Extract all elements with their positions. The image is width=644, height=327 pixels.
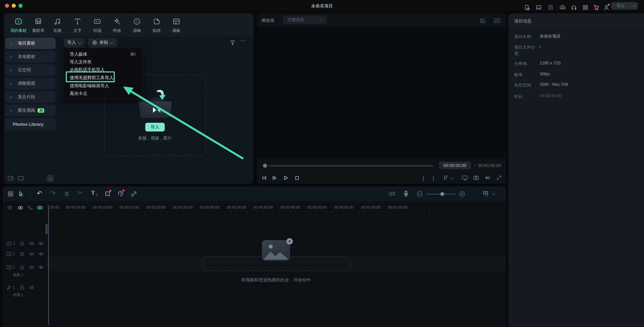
chevron-down-icon: [110, 40, 113, 44]
delete-button[interactable]: [64, 191, 70, 197]
mark-out-button[interactable]: }: [433, 175, 434, 181]
menu-item-import-media[interactable]: 导入媒体 ⌘I: [70, 51, 136, 58]
track-mute-button[interactable]: [29, 251, 35, 257]
present-to-display-button[interactable]: [462, 175, 468, 181]
tab-effects[interactable]: 特效: [108, 17, 126, 34]
seek-track[interactable]: [268, 165, 433, 166]
sidebar-item-adjustment-layer[interactable]: ▸ 调整图层: [5, 78, 56, 89]
device-transfer-button[interactable]: [524, 4, 530, 10]
sidebar-item-compound-clip[interactable]: ▸ 复合片段: [5, 91, 56, 103]
tab-templates[interactable]: 模板: [167, 17, 185, 34]
next-frame-button[interactable]: [271, 175, 278, 181]
save-button[interactable]: [548, 4, 554, 10]
tab-text[interactable]: 文字: [68, 17, 87, 34]
tab-filters[interactable]: 滤镜: [128, 17, 146, 34]
minus-circle-icon: [417, 191, 423, 197]
track-lock-button[interactable]: [19, 251, 25, 257]
fullscreen-button[interactable]: [496, 175, 502, 181]
select-tool-button[interactable]: [18, 190, 24, 197]
sidebar-item-photos-library[interactable]: Photos Library: [5, 118, 56, 130]
tab-stock-media[interactable]: 素材库: [29, 17, 47, 34]
menu-item-highlight-beat[interactable]: 高光卡点: [70, 90, 87, 97]
tab-my-media[interactable]: 我的素材: [9, 17, 28, 34]
auto-connect-button[interactable]: [17, 205, 24, 211]
player-quality-select[interactable]: 完整画质: [283, 15, 327, 24]
audio-track-button[interactable]: [6, 285, 11, 290]
support-button[interactable]: [571, 4, 577, 10]
redo-button[interactable]: ↷: [50, 189, 56, 197]
add-media-button[interactable]: [388, 190, 395, 197]
track-manager-button[interactable]: [482, 190, 494, 197]
play-button[interactable]: [282, 175, 289, 181]
snapshot-button[interactable]: [473, 175, 479, 181]
insert-clip-button[interactable]: [7, 205, 13, 211]
media-browser-button[interactable]: [7, 191, 13, 197]
account-button[interactable]: [603, 4, 610, 11]
more-options-button[interactable]: ···: [240, 38, 247, 44]
sidebar-item-label: Photos Library: [13, 122, 44, 127]
track-lock-button[interactable]: [19, 285, 25, 290]
mark-in-button[interactable]: {: [423, 175, 424, 181]
link-icon: [131, 191, 137, 197]
eye-icon: [38, 251, 44, 257]
dropzone-import-button[interactable]: 导入: [145, 123, 165, 131]
track-mute-button[interactable]: [29, 285, 35, 290]
record-dropdown-button[interactable]: 录制: [88, 38, 117, 47]
stop-button[interactable]: [294, 175, 300, 181]
chevron-down-icon: [450, 175, 454, 179]
export-button[interactable]: 导出: [611, 2, 638, 10]
cloud-upload-button[interactable]: [559, 4, 566, 10]
panel-layout-button[interactable]: [536, 4, 542, 10]
track-visibility-button[interactable]: [38, 265, 44, 270]
split-button[interactable]: ✂: [78, 189, 83, 196]
track-route-button[interactable]: [27, 205, 33, 211]
link-tool-button[interactable]: [131, 191, 137, 197]
workspace-grid-button[interactable]: [582, 4, 588, 10]
store-cart-button[interactable]: [593, 4, 600, 11]
tab-audio[interactable]: 音频: [48, 17, 66, 34]
track-mute-button[interactable]: [29, 241, 35, 246]
tab-stickers[interactable]: 贴纸: [148, 17, 166, 34]
video-track-button[interactable]: [6, 241, 12, 246]
marker-button[interactable]: [443, 175, 453, 181]
playhead[interactable]: [48, 205, 49, 325]
video-track-button[interactable]: [6, 251, 12, 257]
new-folder-button[interactable]: [7, 175, 14, 181]
seek-handle[interactable]: [263, 164, 267, 168]
speed-ai-button[interactable]: AI: [117, 190, 124, 197]
track-visibility-button[interactable]: [38, 241, 44, 246]
speaker-icon: [29, 265, 35, 270]
undo-button[interactable]: ↶: [37, 189, 42, 197]
sidebar-item-local-media[interactable]: ▸ 本地素材: [5, 51, 56, 62]
smart-split-button[interactable]: [37, 205, 43, 211]
text-tool-button[interactable]: T: [91, 190, 95, 196]
import-dropdown-button[interactable]: 导入: [64, 38, 85, 47]
menu-item-movie-editor-import[interactable]: 使用电影编辑器导入: [70, 82, 109, 90]
zoom-slider-thumb[interactable]: [440, 192, 444, 196]
volume-button[interactable]: [484, 175, 491, 181]
voiceover-button[interactable]: [403, 190, 409, 197]
menu-item-import-folder[interactable]: 导入文件夹: [70, 58, 92, 66]
ruler-ticks-minor: [49, 211, 503, 212]
filter-button[interactable]: [229, 40, 236, 46]
video-track-icon: [6, 241, 12, 246]
collapse-sidebar-button[interactable]: ‹: [47, 175, 54, 182]
track-panel-resize-handle[interactable]: [45, 224, 48, 234]
sidebar-item-cloud[interactable]: ▸ 云空间: [5, 64, 56, 76]
filter-funnel-icon: [229, 40, 236, 46]
track-mute-button[interactable]: [29, 265, 35, 270]
tab-transitions[interactable]: 转场: [88, 17, 106, 34]
zoom-out-button[interactable]: [417, 191, 423, 197]
track-lock-button[interactable]: [19, 265, 25, 270]
video-track-button[interactable]: [6, 265, 12, 270]
sidebar-item-project-media[interactable]: ▸ 项目素材: [5, 38, 56, 49]
folder-view-button[interactable]: [17, 175, 24, 181]
scope-button[interactable]: [493, 17, 501, 24]
previous-frame-button[interactable]: [261, 175, 267, 181]
zoom-in-button[interactable]: [459, 191, 465, 197]
track-visibility-button[interactable]: [38, 251, 44, 257]
crop-tool-button[interactable]: [105, 191, 111, 197]
sidebar-item-image-to-video[interactable]: ▸ 图生视频 AI: [5, 105, 56, 116]
track-lock-button[interactable]: [19, 241, 25, 246]
multiview-button[interactable]: [479, 18, 486, 24]
